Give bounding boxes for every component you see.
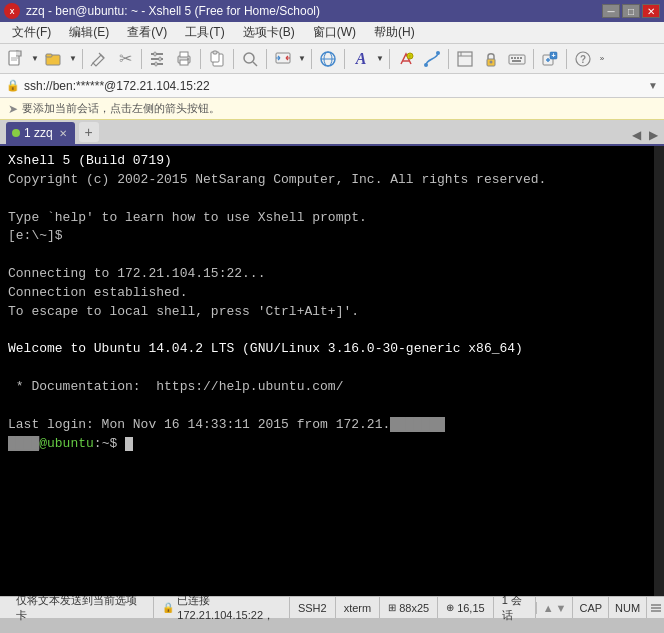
menu-edit[interactable]: 编辑(E) <box>61 22 117 43</box>
address-text[interactable]: ssh://ben:******@172.21.104.15:22 <box>24 79 644 93</box>
menu-view[interactable]: 查看(V) <box>119 22 175 43</box>
title-bar: X zzq - ben@ubuntu: ~ - Xshell 5 (Free f… <box>0 0 664 22</box>
svg-rect-37 <box>509 55 525 64</box>
terminal-line-8: Connection established. <box>8 284 656 303</box>
svg-rect-13 <box>159 57 161 61</box>
svg-rect-41 <box>520 57 522 59</box>
terminal-line-13: * Documentation: https://help.ubuntu.com… <box>8 378 656 397</box>
status-pos-section: ⊕ 16,15 <box>438 597 494 618</box>
svg-text:?: ? <box>580 54 586 65</box>
status-sessions: 1 会话 <box>502 593 527 623</box>
hint-text: 要添加当前会话，点击左侧的箭头按钮。 <box>22 101 220 116</box>
svg-rect-12 <box>154 52 156 56</box>
toolbar-sep-6 <box>311 49 312 69</box>
title-bar-left: X zzq - ben@ubuntu: ~ - Xshell 5 (Free f… <box>4 3 320 19</box>
status-connected-text: 已连接 172.21.104.15:22， <box>177 593 281 623</box>
tab-1-zzq[interactable]: 1 zzq ✕ <box>6 122 75 144</box>
quick1-button[interactable]: ! <box>394 47 418 71</box>
terminal-line-11: Welcome to Ubuntu 14.04.2 LTS (GNU/Linux… <box>8 340 656 359</box>
toolbar-sep-11 <box>566 49 567 69</box>
menu-help[interactable]: 帮助(H) <box>366 22 423 43</box>
maximize-button[interactable]: □ <box>622 4 640 18</box>
svg-text:+: + <box>551 51 555 58</box>
transfer-dropdown-arrow[interactable]: ▼ <box>297 47 307 71</box>
terminal-line-16: ████@ubuntu:~$ <box>8 435 656 454</box>
cut-button[interactable]: ✂ <box>113 47 137 71</box>
svg-rect-9 <box>151 53 163 55</box>
terminal-scrollbar[interactable] <box>654 146 664 596</box>
status-arrow-down[interactable]: ▼ <box>556 602 567 614</box>
svg-rect-14 <box>155 62 157 66</box>
status-protocol: SSH2 <box>298 602 327 614</box>
status-bar: 仅将文本发送到当前选项卡 🔒 已连接 172.21.104.15:22， SSH… <box>0 596 664 618</box>
menu-tabs[interactable]: 选项卡(B) <box>235 22 303 43</box>
svg-rect-17 <box>180 60 188 65</box>
find-button[interactable] <box>238 47 262 71</box>
status-send-section: 仅将文本发送到当前选项卡 <box>0 597 154 618</box>
terminal-line-9: To escape to local shell, press 'Ctrl+Al… <box>8 303 656 322</box>
close-button[interactable]: ✕ <box>642 4 660 18</box>
keyboard-button[interactable] <box>505 47 529 71</box>
window-controls: ─ □ ✕ <box>602 4 660 18</box>
status-cap-section: CAP <box>572 597 608 618</box>
tab-close-button[interactable]: ✕ <box>59 128 67 139</box>
svg-text:X: X <box>10 8 15 15</box>
tab-bar-right: ◀ ▶ <box>630 126 660 144</box>
minimize-button[interactable]: ─ <box>602 4 620 18</box>
add-session-button[interactable]: + <box>538 47 562 71</box>
svg-rect-32 <box>458 52 472 66</box>
new-button[interactable] <box>4 47 28 71</box>
status-menu-button[interactable] <box>646 597 664 618</box>
quick2-button[interactable] <box>420 47 444 71</box>
config-button[interactable] <box>146 47 170 71</box>
address-chevron-icon[interactable]: ▼ <box>648 80 658 91</box>
menu-bar: 文件(F) 编辑(E) 查看(V) 工具(T) 选项卡(B) 窗口(W) 帮助(… <box>0 22 664 44</box>
lock-button[interactable] <box>479 47 503 71</box>
help-button[interactable]: ? <box>571 47 595 71</box>
status-sessions-section: 1 会话 <box>494 597 536 618</box>
network-button[interactable] <box>316 47 340 71</box>
edit-button[interactable] <box>87 47 111 71</box>
toolbar-sep-1 <box>82 49 83 69</box>
hint-arrow-icon: ➤ <box>8 102 18 116</box>
svg-point-36 <box>490 60 493 63</box>
window-title: zzq - ben@ubuntu: ~ - Xshell 5 (Free for… <box>26 4 320 18</box>
add-tab-button[interactable]: + <box>79 122 99 142</box>
menu-tools[interactable]: 工具(T) <box>177 22 232 43</box>
status-cap: CAP <box>579 602 602 614</box>
svg-line-23 <box>253 62 257 66</box>
print-button[interactable] <box>172 47 196 71</box>
new-dropdown-arrow[interactable]: ▼ <box>30 47 40 71</box>
terminal-line-10 <box>8 322 656 341</box>
svg-rect-21 <box>213 51 217 54</box>
hint-bar: ➤ 要添加当前会话，点击左侧的箭头按钮。 <box>0 98 664 120</box>
open-button[interactable] <box>42 47 66 71</box>
font-button[interactable]: A <box>349 47 373 71</box>
terminal-area[interactable]: Xshell 5 (Build 0719) Copyright (c) 2002… <box>0 146 664 596</box>
app-logo: X <box>4 3 20 19</box>
status-nav-arrows: ▲ ▼ <box>536 602 573 614</box>
font-dropdown-arrow[interactable]: ▼ <box>375 47 385 71</box>
toolbar-sep-2 <box>141 49 142 69</box>
terminal-line-7: Connecting to 172.21.104.15:22... <box>8 265 656 284</box>
svg-point-22 <box>244 53 254 63</box>
open-dropdown-arrow[interactable]: ▼ <box>68 47 78 71</box>
status-arrow-up[interactable]: ▲ <box>543 602 554 614</box>
status-num-section: NUM <box>608 597 646 618</box>
status-size: 88x25 <box>399 602 429 614</box>
svg-rect-39 <box>514 57 516 59</box>
menu-file[interactable]: 文件(F) <box>4 22 59 43</box>
transfer-button[interactable] <box>271 47 295 71</box>
paste-button[interactable] <box>205 47 229 71</box>
status-lock-icon: 🔒 <box>162 602 174 613</box>
menu-window[interactable]: 窗口(W) <box>305 22 364 43</box>
svg-point-31 <box>424 63 428 67</box>
status-size-section: ⊞ 88x25 <box>380 597 438 618</box>
help-dropdown-arrow[interactable]: » <box>597 47 607 71</box>
tab-label: 1 zzq <box>24 126 53 140</box>
fullscreen-button[interactable] <box>453 47 477 71</box>
tab-scroll-right[interactable]: ▶ <box>647 126 660 144</box>
tab-scroll-left[interactable]: ◀ <box>630 126 643 144</box>
svg-rect-38 <box>511 57 513 59</box>
terminal-line-14 <box>8 397 656 416</box>
